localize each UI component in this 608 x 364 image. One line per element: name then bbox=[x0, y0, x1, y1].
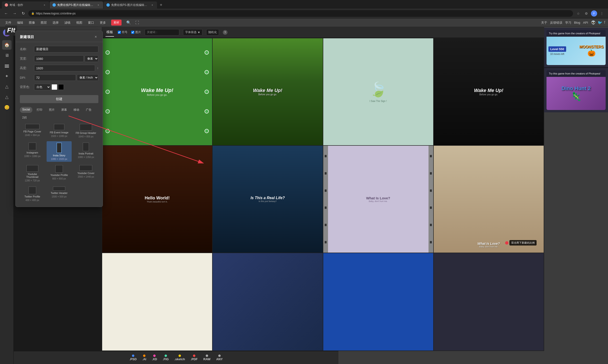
ad-dinohunt[interactable]: Try this game from the creators of Photo… bbox=[544, 68, 608, 112]
symbol-checkbox[interactable] bbox=[118, 31, 121, 34]
preset-fb-event-image[interactable]: FB Event Image 1920 × 1080 px bbox=[47, 122, 71, 139]
preset-tab-social[interactable]: Social bbox=[20, 107, 32, 113]
template-city-blue[interactable]: Is This a Real Life? Is this just fantas… bbox=[213, 146, 323, 253]
menu-view[interactable]: 视图 bbox=[74, 20, 85, 26]
address-bar[interactable]: 🔒 https://www.logosc.cn/online-ps bbox=[28, 10, 573, 17]
sidebar-layers[interactable] bbox=[2, 61, 12, 70]
preset-youtube-cover[interactable]: Youtube Cover 2560 × 1440 px bbox=[74, 164, 98, 183]
random-button[interactable]: 随机化 bbox=[206, 29, 219, 36]
keyword-input[interactable] bbox=[158, 31, 177, 34]
preset-twitter-profile[interactable]: Twitter Profile 400 × 400 px bbox=[20, 185, 45, 203]
help-button[interactable]: ? bbox=[223, 30, 228, 35]
preset-youtube-thumbnail[interactable]: Youtube Thumbnail 1280 × 720 px bbox=[20, 164, 45, 183]
reddit-icon[interactable]: 👽 bbox=[591, 20, 596, 25]
template-dark-city[interactable]: Hello World! That's beautiful isn't it. bbox=[102, 146, 212, 253]
preset-twitter-header[interactable]: Twitter Header 1500 × 500 px bbox=[47, 185, 71, 203]
tab-logosc-1[interactable]: 免费在线PS-图片在线编辑PSD文... × bbox=[50, 1, 103, 9]
create-button[interactable]: 创建 bbox=[20, 95, 98, 103]
new-tab-button[interactable]: + bbox=[157, 1, 165, 9]
more-options-button[interactable]: ⋮ bbox=[598, 10, 605, 17]
profile-button[interactable]: P bbox=[591, 10, 597, 16]
width-unit-select[interactable]: 像素 英寸 bbox=[85, 55, 98, 62]
name-input[interactable] bbox=[34, 46, 98, 52]
format-sketch[interactable]: .sketch bbox=[174, 354, 185, 361]
template-dark-poster[interactable]: Wake Me Up! Before you go go. bbox=[434, 38, 544, 145]
template-dark4[interactable] bbox=[434, 253, 544, 351]
bg-color-swatch1[interactable] bbox=[52, 84, 57, 90]
reload-button[interactable]: ↻ bbox=[20, 10, 26, 17]
menu-file[interactable]: 文件 bbox=[3, 20, 14, 26]
fullscreen-button[interactable]: ⛶ bbox=[134, 19, 141, 26]
sidebar-shapes[interactable]: ✦ bbox=[2, 71, 12, 81]
preset-instagram[interactable]: Instagram 1080 × 1080 px bbox=[20, 141, 45, 162]
blog-link[interactable]: Blog bbox=[574, 21, 580, 24]
template-light1[interactable] bbox=[102, 253, 212, 351]
format-psd[interactable]: .PSD bbox=[129, 354, 136, 361]
template-marmot[interactable]: What Is Love? Baby, don't hurt me. 双击两下新… bbox=[434, 146, 544, 253]
template-green-poster[interactable]: Wake Me Up! Before you go go. bbox=[102, 38, 212, 145]
height-input[interactable] bbox=[34, 65, 95, 71]
bookmark-button[interactable]: ☆ bbox=[575, 10, 582, 17]
preset-insta-portrait[interactable]: Insta Portrait 1080 × 1350 px bbox=[74, 141, 98, 162]
menu-filter[interactable]: 滤镜 bbox=[62, 20, 73, 26]
tab-close-qiyu[interactable]: × bbox=[43, 3, 46, 7]
preset-tab-print[interactable]: 打印 bbox=[34, 107, 45, 113]
menu-layer[interactable]: 图层 bbox=[38, 20, 49, 26]
ad-moonsters[interactable]: Try this game from the creators of Photo… bbox=[544, 28, 608, 68]
gallery-tab-template[interactable]: 模板 bbox=[105, 28, 114, 37]
preset-tab-screen[interactable]: 屏幕 bbox=[59, 107, 69, 113]
format-any[interactable]: ANY bbox=[216, 354, 222, 361]
menu-select[interactable]: 选择 bbox=[50, 20, 61, 26]
api-link[interactable]: API bbox=[583, 21, 588, 24]
preset-tab-mobile[interactable]: 移动 bbox=[71, 107, 82, 113]
sidebar-home[interactable]: 🏠 bbox=[2, 40, 12, 50]
dialog-close-button[interactable]: × bbox=[93, 34, 98, 39]
hot-materials-button[interactable]: 素材 bbox=[111, 20, 122, 26]
template-film-strip[interactable]: What Is Love? Baby, don't hurt me. bbox=[323, 146, 433, 253]
format-xd[interactable]: .XD bbox=[152, 354, 157, 361]
search-button[interactable]: 🔍 bbox=[125, 19, 132, 26]
twitter-icon[interactable]: 🐦 bbox=[598, 20, 602, 25]
dpi-input[interactable] bbox=[34, 74, 76, 81]
menu-edit[interactable]: 编辑 bbox=[15, 20, 26, 26]
tab-logosc-2[interactable]: 免费在线PS-图片在线编辑PSD文... × bbox=[103, 1, 157, 9]
menu-more[interactable]: 更多 bbox=[97, 20, 108, 26]
format-fig[interactable]: .FIG bbox=[163, 354, 168, 361]
preset-tab-custom[interactable]: 2扨 bbox=[20, 115, 29, 121]
extensions-button[interactable]: ⚙ bbox=[583, 10, 590, 17]
menu-image[interactable]: 图像 bbox=[26, 20, 37, 26]
forward-button[interactable]: → bbox=[11, 10, 18, 17]
preset-youtube-profile[interactable]: Youtube Profile 800 × 800 px bbox=[47, 164, 71, 183]
font-filter-button[interactable]: 字体筛选 ▼ bbox=[183, 29, 202, 36]
dpi-unit-select[interactable]: 像素 / Inch bbox=[77, 74, 98, 81]
preset-tab-photo[interactable]: 照片 bbox=[47, 107, 57, 113]
menu-window[interactable]: 窗口 bbox=[86, 20, 96, 26]
learn-link[interactable]: 学习 bbox=[565, 21, 571, 25]
preset-fb-page-cover[interactable]: FB Page Cover 1640 × 664 px bbox=[20, 122, 45, 139]
preset-insta-story[interactable]: Insta Story 1080 × 1920 px bbox=[47, 141, 71, 162]
bg-color-swatch2[interactable] bbox=[58, 84, 64, 90]
width-input[interactable] bbox=[34, 55, 84, 62]
facebook-icon[interactable]: f bbox=[604, 20, 605, 25]
back-button[interactable]: ← bbox=[3, 10, 10, 17]
template-placeholder2[interactable] bbox=[213, 253, 323, 351]
format-pdf[interactable]: .PDF bbox=[191, 354, 198, 361]
format-raw[interactable]: RAW bbox=[203, 354, 210, 361]
template-nature-photo[interactable]: Wake Me Up! Before you go go. bbox=[213, 38, 323, 145]
format-ai[interactable]: .AI bbox=[142, 354, 146, 361]
preset-tab-ad[interactable]: 广告 bbox=[83, 107, 94, 113]
tab-close-logosc2[interactable]: × bbox=[150, 3, 154, 7]
feedback-link[interactable]: 反馈错误 bbox=[550, 21, 562, 25]
sidebar-monitor[interactable]: 🖥 bbox=[2, 51, 12, 60]
image-checkbox[interactable] bbox=[131, 31, 134, 34]
about-link[interactable]: 关于 bbox=[541, 21, 547, 25]
sidebar-triangle1[interactable]: △ bbox=[2, 82, 12, 91]
sidebar-emoji[interactable]: 😊 bbox=[2, 103, 12, 112]
template-leaf-teal[interactable]: 🍃 I Saw The Sign ! bbox=[323, 38, 433, 145]
sidebar-triangle2[interactable]: △ bbox=[2, 92, 12, 102]
tab-close-logosc1[interactable]: × bbox=[96, 3, 100, 7]
template-blue3[interactable] bbox=[323, 253, 433, 351]
tab-qiyu[interactable]: 奇域 · 创作 × bbox=[2, 1, 49, 9]
bg-color-select[interactable]: 白色 黑色 透明 bbox=[34, 84, 51, 90]
preset-fb-group-header[interactable]: FB Group Header 1640 × 856 px bbox=[74, 122, 98, 139]
